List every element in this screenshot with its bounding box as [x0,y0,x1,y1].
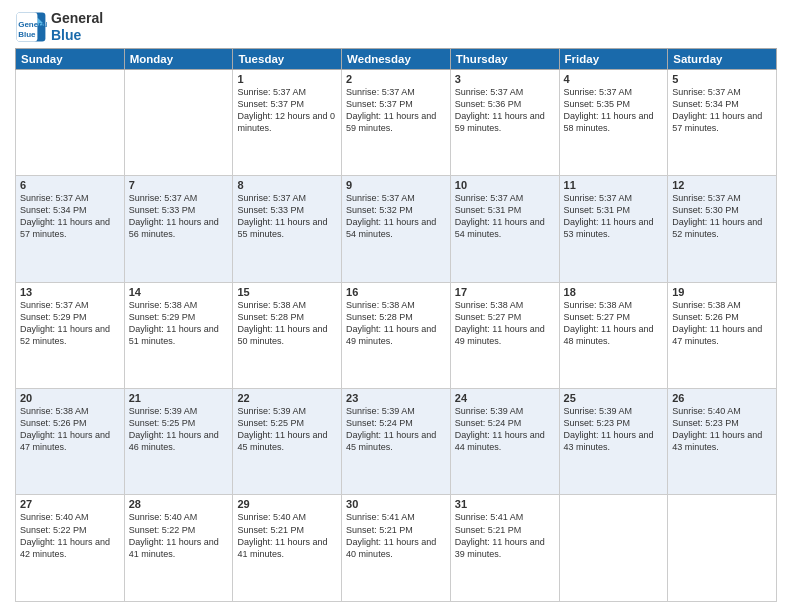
day-info: Sunrise: 5:38 AM Sunset: 5:26 PM Dayligh… [672,299,772,348]
calendar-cell: 15Sunrise: 5:38 AM Sunset: 5:28 PM Dayli… [233,282,342,388]
calendar-header-thursday: Thursday [450,48,559,69]
day-number: 18 [564,286,664,298]
calendar-header-friday: Friday [559,48,668,69]
calendar-week-5: 27Sunrise: 5:40 AM Sunset: 5:22 PM Dayli… [16,495,777,602]
day-info: Sunrise: 5:39 AM Sunset: 5:25 PM Dayligh… [237,405,337,454]
calendar-cell: 31Sunrise: 5:41 AM Sunset: 5:21 PM Dayli… [450,495,559,602]
day-number: 19 [672,286,772,298]
calendar-cell: 23Sunrise: 5:39 AM Sunset: 5:24 PM Dayli… [342,389,451,495]
day-info: Sunrise: 5:37 AM Sunset: 5:36 PM Dayligh… [455,86,555,135]
day-number: 17 [455,286,555,298]
day-number: 31 [455,498,555,510]
svg-text:General: General [18,20,47,29]
calendar-cell: 10Sunrise: 5:37 AM Sunset: 5:31 PM Dayli… [450,176,559,282]
calendar-cell: 17Sunrise: 5:38 AM Sunset: 5:27 PM Dayli… [450,282,559,388]
day-number: 15 [237,286,337,298]
page: General Blue General Blue SundayMondayTu… [0,0,792,612]
day-info: Sunrise: 5:40 AM Sunset: 5:21 PM Dayligh… [237,511,337,560]
day-info: Sunrise: 5:40 AM Sunset: 5:22 PM Dayligh… [20,511,120,560]
day-number: 11 [564,179,664,191]
calendar-header-monday: Monday [124,48,233,69]
day-info: Sunrise: 5:37 AM Sunset: 5:34 PM Dayligh… [20,192,120,241]
calendar-cell: 5Sunrise: 5:37 AM Sunset: 5:34 PM Daylig… [668,69,777,175]
day-info: Sunrise: 5:38 AM Sunset: 5:27 PM Dayligh… [564,299,664,348]
calendar-week-1: 1Sunrise: 5:37 AM Sunset: 5:37 PM Daylig… [16,69,777,175]
calendar-header-tuesday: Tuesday [233,48,342,69]
calendar-cell: 29Sunrise: 5:40 AM Sunset: 5:21 PM Dayli… [233,495,342,602]
calendar-cell: 6Sunrise: 5:37 AM Sunset: 5:34 PM Daylig… [16,176,125,282]
calendar-cell: 1Sunrise: 5:37 AM Sunset: 5:37 PM Daylig… [233,69,342,175]
day-info: Sunrise: 5:37 AM Sunset: 5:29 PM Dayligh… [20,299,120,348]
day-info: Sunrise: 5:37 AM Sunset: 5:37 PM Dayligh… [237,86,337,135]
day-number: 2 [346,73,446,85]
svg-text:Blue: Blue [18,29,36,38]
day-number: 12 [672,179,772,191]
calendar-cell: 30Sunrise: 5:41 AM Sunset: 5:21 PM Dayli… [342,495,451,602]
day-number: 27 [20,498,120,510]
day-number: 10 [455,179,555,191]
day-number: 23 [346,392,446,404]
calendar-cell: 3Sunrise: 5:37 AM Sunset: 5:36 PM Daylig… [450,69,559,175]
day-number: 9 [346,179,446,191]
calendar-cell: 27Sunrise: 5:40 AM Sunset: 5:22 PM Dayli… [16,495,125,602]
calendar-cell [124,69,233,175]
calendar-cell: 21Sunrise: 5:39 AM Sunset: 5:25 PM Dayli… [124,389,233,495]
day-number: 21 [129,392,229,404]
logo-text: General Blue [51,10,103,44]
logo-icon: General Blue [15,11,47,43]
day-info: Sunrise: 5:39 AM Sunset: 5:24 PM Dayligh… [455,405,555,454]
day-info: Sunrise: 5:38 AM Sunset: 5:28 PM Dayligh… [237,299,337,348]
calendar-week-4: 20Sunrise: 5:38 AM Sunset: 5:26 PM Dayli… [16,389,777,495]
day-info: Sunrise: 5:37 AM Sunset: 5:31 PM Dayligh… [455,192,555,241]
day-info: Sunrise: 5:38 AM Sunset: 5:26 PM Dayligh… [20,405,120,454]
calendar-week-3: 13Sunrise: 5:37 AM Sunset: 5:29 PM Dayli… [16,282,777,388]
calendar-header-wednesday: Wednesday [342,48,451,69]
day-number: 25 [564,392,664,404]
calendar-cell: 20Sunrise: 5:38 AM Sunset: 5:26 PM Dayli… [16,389,125,495]
calendar-header-row: SundayMondayTuesdayWednesdayThursdayFrid… [16,48,777,69]
day-info: Sunrise: 5:39 AM Sunset: 5:25 PM Dayligh… [129,405,229,454]
day-number: 5 [672,73,772,85]
day-info: Sunrise: 5:37 AM Sunset: 5:33 PM Dayligh… [237,192,337,241]
day-info: Sunrise: 5:39 AM Sunset: 5:24 PM Dayligh… [346,405,446,454]
day-number: 16 [346,286,446,298]
calendar-cell: 8Sunrise: 5:37 AM Sunset: 5:33 PM Daylig… [233,176,342,282]
day-info: Sunrise: 5:37 AM Sunset: 5:31 PM Dayligh… [564,192,664,241]
day-info: Sunrise: 5:37 AM Sunset: 5:34 PM Dayligh… [672,86,772,135]
day-number: 8 [237,179,337,191]
day-number: 29 [237,498,337,510]
calendar-cell: 19Sunrise: 5:38 AM Sunset: 5:26 PM Dayli… [668,282,777,388]
day-info: Sunrise: 5:41 AM Sunset: 5:21 PM Dayligh… [346,511,446,560]
day-info: Sunrise: 5:38 AM Sunset: 5:29 PM Dayligh… [129,299,229,348]
day-number: 26 [672,392,772,404]
day-info: Sunrise: 5:38 AM Sunset: 5:27 PM Dayligh… [455,299,555,348]
calendar-cell: 9Sunrise: 5:37 AM Sunset: 5:32 PM Daylig… [342,176,451,282]
calendar-cell: 12Sunrise: 5:37 AM Sunset: 5:30 PM Dayli… [668,176,777,282]
calendar-cell: 24Sunrise: 5:39 AM Sunset: 5:24 PM Dayli… [450,389,559,495]
calendar-cell: 28Sunrise: 5:40 AM Sunset: 5:22 PM Dayli… [124,495,233,602]
day-number: 1 [237,73,337,85]
calendar-cell: 7Sunrise: 5:37 AM Sunset: 5:33 PM Daylig… [124,176,233,282]
logo: General Blue General Blue [15,10,103,44]
day-info: Sunrise: 5:37 AM Sunset: 5:30 PM Dayligh… [672,192,772,241]
calendar-cell [16,69,125,175]
day-info: Sunrise: 5:38 AM Sunset: 5:28 PM Dayligh… [346,299,446,348]
calendar-cell: 13Sunrise: 5:37 AM Sunset: 5:29 PM Dayli… [16,282,125,388]
calendar-cell: 4Sunrise: 5:37 AM Sunset: 5:35 PM Daylig… [559,69,668,175]
day-number: 22 [237,392,337,404]
day-info: Sunrise: 5:37 AM Sunset: 5:32 PM Dayligh… [346,192,446,241]
calendar-cell: 26Sunrise: 5:40 AM Sunset: 5:23 PM Dayli… [668,389,777,495]
calendar-cell: 25Sunrise: 5:39 AM Sunset: 5:23 PM Dayli… [559,389,668,495]
calendar-table: SundayMondayTuesdayWednesdayThursdayFrid… [15,48,777,602]
day-number: 4 [564,73,664,85]
day-info: Sunrise: 5:37 AM Sunset: 5:35 PM Dayligh… [564,86,664,135]
calendar-header-saturday: Saturday [668,48,777,69]
day-number: 13 [20,286,120,298]
calendar-cell: 18Sunrise: 5:38 AM Sunset: 5:27 PM Dayli… [559,282,668,388]
day-number: 3 [455,73,555,85]
calendar-cell [559,495,668,602]
day-number: 28 [129,498,229,510]
day-number: 20 [20,392,120,404]
calendar-cell: 16Sunrise: 5:38 AM Sunset: 5:28 PM Dayli… [342,282,451,388]
day-info: Sunrise: 5:40 AM Sunset: 5:22 PM Dayligh… [129,511,229,560]
